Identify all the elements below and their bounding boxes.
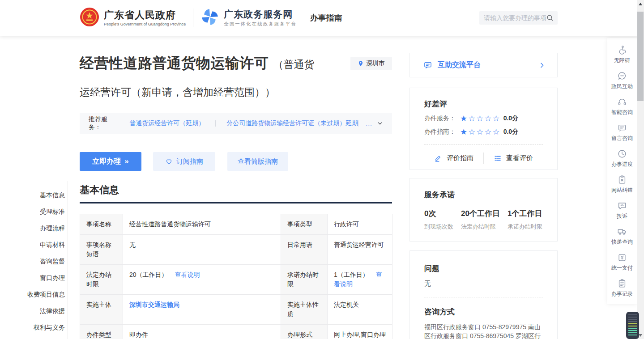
stat-statutory-limit: 20个工作日 法定办结时限 [461,208,500,231]
nav-item-materials[interactable]: 申请材料 [13,237,65,253]
scrollbar-up-button[interactable] [637,0,644,8]
stat-value: 1个工作日 [508,208,542,219]
toolbar-item-message-consult[interactable]: 留言咨询 [607,119,637,145]
recommended-link-branch[interactable]: 分公司道路货物运输经营许可证（未过期）延期 [226,119,358,127]
view-ratings-label: 查看评价 [506,154,533,162]
side-toolbar: 无障碍 政民互动 智能咨询 留言咨询 办事进度 网站纠错 投诉 [607,38,637,304]
nav-item-legal-remedy[interactable]: 法律救济 [13,336,65,339]
nav-item-process[interactable]: 办理流程 [13,220,65,237]
apply-now-button[interactable]: 立即办理 » [80,152,141,171]
toolbar-label: 网站纠错 [611,186,633,194]
row-label: 事项名称短语 [80,235,123,265]
top-header: 广东省人民政府 People's Government of Guangdong… [0,0,644,36]
stat-onsite-visits: 0次 到现场次数 [424,208,453,231]
row-value: 1（工作日）查看说明 [328,265,392,295]
toolbar-label: 无障碍 [614,57,630,64]
nav-item-window-service[interactable]: 窗口办理 [13,270,65,286]
divider [215,120,216,127]
floating-tool-widget[interactable] [626,312,639,339]
issue-card: 问题 无 咨询方式 福田区行政服务窗口 0755-82979975 南山区行政服… [409,250,558,339]
table-row: 法定办结时限 20（工作日）查看说明 承诺办结时限 1（工作日）查看说明 [80,265,392,295]
evaluate-guide-link[interactable]: 评价指南 [424,154,483,162]
payment-icon [617,253,627,263]
toolbar-item-accessibility[interactable]: 无障碍 [607,42,637,68]
toolbar-item-gov-citizen-interaction[interactable]: 政民互动 [607,68,637,93]
header-divider [193,8,193,27]
table-row: 办件类型 即办件 办理形式 网上办理,窗口办理 [80,325,392,339]
subscribe-guide-button[interactable]: 订阅指南 [153,152,215,171]
consult-methods-text: 福田区行政服务窗口 0755-82979975 南山区行政服务窗口 0755-8… [424,322,543,339]
service-subtitle-part1: （普通货 [273,58,315,72]
portal-logo[interactable]: 广东政务服务网 全国一体化在线政务服务平台 [200,8,297,28]
search-icon[interactable] [546,14,554,22]
heart-icon [165,158,173,165]
accessibility-icon [617,45,627,55]
search-input[interactable] [484,14,546,21]
nav-item-legal-basis[interactable]: 法律依据 [13,303,65,319]
toolbar-item-unified-payment[interactable]: 统一支付 [607,249,637,275]
chat-round-icon [617,71,627,81]
implementing-agency-link[interactable]: 深圳市交通运输局 [129,301,179,308]
toolbar-label: 办事进度 [611,161,633,168]
toolbar-item-delivery-tracking[interactable]: 快递查询 [607,223,637,249]
issue-title: 问题 [424,263,543,274]
chevron-down-icon[interactable] [377,120,383,127]
nav-item-acceptance-criteria[interactable]: 受理标准 [13,203,65,220]
service-promise-title: 服务承诺 [424,190,543,200]
issue-content: 无 [424,280,543,288]
dashed-divider [424,297,543,297]
nav-item-consult-supervision[interactable]: 咨询监督 [13,253,65,270]
stat-label: 承诺办结时限 [508,223,542,231]
toolbar-label: 智能咨询 [611,109,633,116]
scrollbar-thumb[interactable] [637,12,644,101]
message-icon [617,123,627,133]
widget-stripes-gray [628,314,637,323]
consult-methods-title: 咨询方式 [424,307,543,317]
page-title: 经营性道路普通货物运输许可 （普通货 运经营许可（新申请，含增加经营范围）） [80,54,357,99]
portal-subtitle: 全国一体化在线政务服务平台 [224,21,297,27]
nav-item-basic-info[interactable]: 基本信息 [13,187,65,203]
nav-item-fees[interactable]: 收费项目信息 [13,286,65,303]
simple-guide-button[interactable]: 查看简版指南 [227,152,288,171]
toolbar-label: 政民互动 [611,83,633,90]
service-rating-stars: ★☆☆☆☆ [460,114,501,123]
service-rating-label: 办件服务： [424,114,460,123]
search-box[interactable] [479,11,558,25]
row-value: 网上办理,窗口办理 [328,325,392,339]
city-selector[interactable]: 深圳市 [350,57,392,70]
nav-item-rights-obligations[interactable]: 权利与义务 [13,319,65,336]
toolbar-item-error-report[interactable]: 网站纠错 [607,171,637,197]
basic-info-heading: 基本信息 [80,183,119,197]
subscribe-guide-label: 订阅指南 [176,157,203,166]
complaint-icon [617,201,627,211]
toolbar-item-progress[interactable]: 办事进度 [607,145,637,171]
view-explanation-link[interactable]: 查看说明 [175,271,200,278]
toolbar-label: 投诉 [617,212,627,220]
promised-time-limit: 1（工作日） [334,271,369,278]
pencil-icon [434,154,442,162]
row-value: 20（工作日）查看说明 [123,265,281,295]
recommended-more-link[interactable]: ... [366,120,372,127]
toolbar-item-service-records[interactable]: 办事记录 [607,275,637,301]
guide-rating-label: 办件指南： [424,128,460,136]
table-row: 事项名称 经营性道路普通货物运输许可 事项类型 行政许可 [80,214,392,235]
mutual-help-platform-card[interactable]: 互助交流平台 [409,53,558,77]
rating-card: 好差评 办件服务： ★☆☆☆☆ 0.0分 办件指南： ★☆☆☆☆ 0.0分 评价… [409,88,558,170]
location-pin-icon [358,60,364,67]
row-value: 法定机关 [328,295,392,325]
guide-rating-score: 0.0分 [503,128,518,136]
stat-value: 20个工作日 [461,208,500,219]
row-value: 无 [123,235,281,265]
row-label: 法定办结时限 [80,265,123,295]
widget-stripes-yellow [628,323,637,328]
toolbar-item-complaint[interactable]: 投诉 [607,197,637,223]
stat-promised-limit: 1个工作日 承诺办结时限 [508,208,542,231]
action-buttons: 立即办理 » 订阅指南 查看简版指南 [80,152,288,171]
view-ratings-link[interactable]: 查看评价 [484,154,543,162]
recommended-link-renewal[interactable]: 普通货运经营许可（延期） [129,119,205,127]
gov-logo[interactable]: 广东省人民政府 People's Government of Guangdong… [80,7,186,29]
row-label: 日常用语 [281,235,328,265]
national-emblem-icon [80,7,99,29]
toolbar-item-smart-consult[interactable]: 智能咨询 [607,93,637,119]
guide-rating-row: 办件指南： ★☆☆☆☆ 0.0分 [424,128,543,136]
